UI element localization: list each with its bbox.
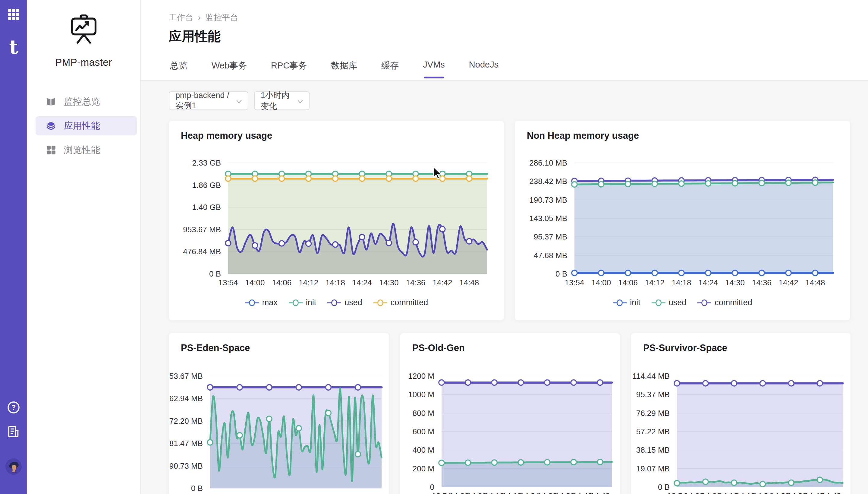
svg-text:762.94 MB: 762.94 MB: [169, 394, 203, 403]
svg-text:14:06: 14:06: [272, 278, 292, 287]
svg-text:14:36: 14:36: [787, 491, 807, 494]
help-icon[interactable]: ?: [7, 400, 20, 416]
sidebar-item-browse-performance[interactable]: 浏览性能: [36, 140, 137, 159]
legend-item-used[interactable]: used: [327, 298, 362, 307]
ps-survivor-space-chart[interactable]: 114.44 MB95.37 MB76.29 MB57.22 MB38.15 M…: [631, 369, 850, 494]
sidebar-item-label: 浏览性能: [64, 144, 100, 156]
app-rail: t ?: [0, 0, 27, 494]
sidebar-item-monitor-overview[interactable]: 监控总览: [36, 92, 137, 111]
t-logo-icon[interactable]: t: [9, 36, 18, 58]
svg-text:200 M: 200 M: [413, 464, 434, 473]
svg-text:95.37 MB: 95.37 MB: [636, 390, 670, 399]
init-legend-icon: [289, 299, 303, 306]
legend-item-init[interactable]: init: [612, 298, 640, 307]
svg-text:47.68 MB: 47.68 MB: [534, 251, 567, 260]
legend-label: used: [344, 298, 362, 307]
tab-jvms[interactable]: JVMs: [422, 60, 446, 80]
svg-text:14:00: 14:00: [245, 278, 264, 287]
ps-eden-space-chart[interactable]: 953.67 MB762.94 MB572.20 MB381.47 MB190.…: [169, 369, 389, 494]
svg-text:14:18: 14:18: [326, 278, 345, 287]
chart-legend: initusedcommitted: [515, 298, 850, 307]
svg-text:14:36: 14:36: [752, 278, 772, 287]
svg-text:14:48: 14:48: [459, 278, 479, 287]
news-icon[interactable]: [7, 425, 20, 440]
init-legend-icon: [612, 299, 627, 306]
breadcrumb-workbench[interactable]: 工作台: [169, 12, 193, 23]
tab-web[interactable]: Web事务: [210, 60, 248, 80]
legend-item-committed[interactable]: committed: [373, 298, 428, 307]
used-legend-icon: [327, 299, 341, 306]
svg-text:0 B: 0 B: [209, 269, 221, 278]
heap-memory-chart[interactable]: 2.33 GB1.86 GB1.40 GB953.67 MB476.84 MB0…: [169, 157, 504, 299]
svg-text:14:12: 14:12: [718, 491, 738, 494]
instance-select[interactable]: pmp-backend / 实例1: [169, 91, 248, 110]
ps-survivor-space-card: PS-Survivor-Space 114.44 MB95.37 MB76.29…: [631, 333, 850, 494]
svg-text:14:30: 14:30: [537, 491, 557, 494]
ps-eden-space-card: PS-Eden-Space 953.67 MB762.94 MB572.20 M…: [169, 333, 389, 494]
svg-text:14:12: 14:12: [254, 493, 273, 494]
svg-text:400 M: 400 M: [413, 445, 434, 455]
content-body: pmp-backend / 实例1 1小时内变化 Heap memory usa…: [141, 81, 868, 494]
svg-text:14:18: 14:18: [271, 493, 291, 494]
svg-text:0 B: 0 B: [658, 482, 670, 492]
ps-old-gen-chart[interactable]: 1200 M1000 M800 M600 M400 M200 M013:5414…: [400, 369, 620, 494]
svg-text:14:48: 14:48: [360, 493, 379, 494]
svg-text:14:12: 14:12: [645, 278, 665, 287]
avatar[interactable]: [5, 458, 22, 476]
svg-text:14:30: 14:30: [307, 493, 327, 494]
svg-text:190.73 MB: 190.73 MB: [169, 461, 203, 471]
tab-cache[interactable]: 缓存: [380, 60, 400, 80]
svg-text:14:06: 14:06: [236, 493, 255, 494]
breadcrumb-monitor-platform[interactable]: 监控平台: [205, 12, 238, 23]
svg-text:0 B: 0 B: [555, 269, 567, 278]
tab-overview[interactable]: 总览: [169, 60, 189, 80]
svg-text:14:18: 14:18: [736, 491, 755, 494]
svg-text:0 B: 0 B: [191, 484, 203, 493]
ps-old-gen-card: PS-Old-Gen 1200 M1000 M800 M600 M400 M20…: [400, 333, 620, 494]
svg-text:14:06: 14:06: [618, 278, 638, 287]
svg-text:14:42: 14:42: [804, 491, 824, 494]
chart-title: Heap memory usage: [181, 130, 272, 141]
svg-text:13:54: 13:54: [218, 278, 238, 287]
chart-title: PS-Eden-Space: [181, 343, 250, 354]
sidebar-item-app-performance[interactable]: 应用性能: [36, 116, 137, 135]
instance-select-value: pmp-backend / 实例1: [175, 91, 231, 111]
chart-title: PS-Old-Gen: [412, 343, 465, 354]
svg-text:14:24: 14:24: [520, 491, 539, 494]
svg-text:57.22 MB: 57.22 MB: [636, 427, 670, 436]
legend-item-init[interactable]: init: [289, 298, 316, 307]
svg-text:14:42: 14:42: [342, 493, 362, 494]
project-logo: [27, 13, 140, 47]
svg-text:14:12: 14:12: [485, 491, 504, 494]
chart-legend: maxinitusedcommitted: [169, 298, 504, 307]
non-heap-memory-chart[interactable]: 286.10 MB238.42 MB190.73 MB143.05 MB95.3…: [515, 157, 850, 299]
svg-text:14:00: 14:00: [218, 493, 237, 494]
apps-grid-icon[interactable]: [7, 8, 20, 22]
used-legend-icon: [651, 299, 666, 306]
legend-label: max: [262, 298, 278, 307]
svg-text:14:24: 14:24: [289, 493, 309, 494]
legend-item-committed[interactable]: committed: [697, 298, 752, 307]
tab-rpc[interactable]: RPC事务: [270, 60, 308, 80]
content-header: 工作台 › 监控平台 应用性能 总览 Web事务 RPC事务 数据库 缓存 JV…: [141, 0, 868, 81]
svg-text:14:24: 14:24: [352, 278, 372, 287]
legend-item-max[interactable]: max: [245, 298, 278, 307]
svg-text:1.40 GB: 1.40 GB: [192, 203, 221, 212]
svg-text:114.44 MB: 114.44 MB: [632, 372, 670, 381]
chevron-down-icon: [297, 96, 303, 106]
legend-item-used[interactable]: used: [651, 298, 687, 307]
breadcrumb-separator: ›: [198, 13, 201, 22]
svg-text:14:30: 14:30: [725, 278, 745, 287]
svg-text:572.20 MB: 572.20 MB: [169, 417, 203, 425]
svg-text:600 M: 600 M: [413, 427, 434, 436]
layers-icon: [46, 121, 56, 131]
svg-text:14:36: 14:36: [324, 493, 344, 494]
svg-text:14:06: 14:06: [701, 491, 721, 494]
time-range-select[interactable]: 1小时内变化: [254, 91, 310, 110]
tab-database[interactable]: 数据库: [330, 60, 358, 80]
svg-text:14:48: 14:48: [805, 278, 825, 287]
svg-text:143.05 MB: 143.05 MB: [529, 214, 567, 223]
book-icon: [46, 96, 56, 107]
tab-nodejs[interactable]: NodeJs: [468, 60, 500, 80]
svg-text:800 M: 800 M: [413, 408, 434, 418]
